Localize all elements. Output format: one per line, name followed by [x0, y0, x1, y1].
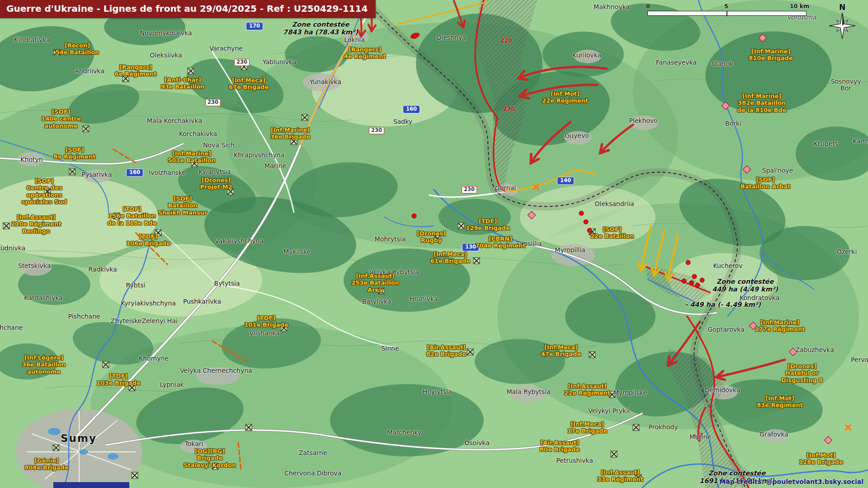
- military-unit-label: [Recon] 54e Bataillon: [56, 42, 99, 56]
- place-label: Varachyne: [209, 45, 243, 52]
- military-unit-label: [Rangers] 4e Régiment: [344, 46, 386, 60]
- military-unit-label: [Air.Assaut] 80e Brigade: [540, 439, 580, 453]
- place-label: Lypniak: [160, 381, 184, 388]
- map-title: Guerre d'Ukraine - Lignes de front au 29…: [6, 3, 368, 14]
- place-label: Fanaseyevka: [656, 59, 697, 66]
- place-label: Barylivka: [362, 298, 392, 305]
- military-unit-label: [Inf.Meca] 61e Brigade: [430, 251, 470, 265]
- place-label: Mala Korchakivka: [147, 117, 202, 124]
- military-unit-label: [Inf.Mot] 22e Régiment: [542, 90, 588, 104]
- place-label: Khomyne: [139, 355, 169, 362]
- place-label: Andriivka: [75, 68, 104, 75]
- military-unit-label: [Inf.Assaut] 33e Régiment: [597, 469, 643, 483]
- enemy-marker: [759, 34, 767, 42]
- scale-label-5: 5: [724, 3, 728, 9]
- contested-zone-label: Zone contestée 7843 ha (78.43 km²): [283, 21, 358, 36]
- xmark-marker: [533, 184, 539, 190]
- place-label: Chervona Dibrova: [284, 470, 341, 477]
- friendly-marker: [132, 472, 138, 479]
- military-unit-label: [TDF] 106e Brigade: [126, 233, 170, 247]
- scale-tick: [726, 11, 727, 16]
- topographic-war-map: VolodymyrivkaKindrativkaAndriivkaNovomyk…: [0, 0, 868, 488]
- military-unit-label: [Inf.Assaut] 210e Régiment Berlingo: [11, 214, 61, 235]
- clash-marker: [682, 279, 687, 284]
- friendly-marker: [302, 114, 308, 121]
- military-unit-label: [Inf.Meca] 47e Brigade: [541, 344, 581, 358]
- place-label: Kindrativka: [14, 37, 50, 43]
- place-label: Oleksandriia: [594, 201, 634, 207]
- military-unit-label: [Inf.Mot] 128e Brigade: [799, 452, 843, 466]
- military-unit-label: [SOF] Bataillon Arbat: [741, 176, 791, 190]
- place-label: Marine: [689, 434, 711, 441]
- road-number-badge: 140: [557, 177, 574, 185]
- place-label: Novomykolaivka: [140, 30, 192, 37]
- friendly-marker: [458, 223, 465, 230]
- place-label: Tokari: [185, 441, 203, 447]
- place-label: Goptarovka: [708, 326, 744, 333]
- place-label: Zhyteiske: [111, 318, 142, 324]
- place-label: Nova Sich: [203, 142, 235, 149]
- place-label: Osoivka: [464, 440, 490, 446]
- friendly-marker: [103, 361, 109, 368]
- military-unit-label: [CBRN] 704e Régiment: [476, 235, 526, 249]
- clash-marker: [413, 34, 418, 39]
- friendly-marker: [633, 424, 640, 431]
- place-label: Plekhovo: [629, 117, 657, 124]
- place-label: Korchakivka: [179, 131, 217, 137]
- place-label: Krupets: [814, 141, 838, 147]
- clash-marker: [412, 214, 417, 219]
- place-label: Guyevo: [565, 132, 589, 139]
- place-label: Sinne: [381, 345, 399, 352]
- clash-marker: [686, 260, 691, 265]
- military-unit-label: [TDF] 129e Brigade: [466, 218, 509, 232]
- place-label: Myropilske: [613, 389, 647, 396]
- place-label: Kurilovka: [572, 52, 601, 59]
- military-unit-label: [Drones] Rugby: [417, 230, 446, 244]
- place-label: Pervon: [851, 357, 868, 363]
- place-label: Kucherov: [713, 263, 743, 269]
- place-label: Grafovka: [760, 431, 788, 438]
- place-label: Pishchane: [68, 313, 100, 320]
- place-label: Mohrytsia: [375, 236, 406, 243]
- scale-label-0: 0: [646, 3, 650, 9]
- place-label: Rybtsi: [126, 282, 146, 289]
- military-unit-label: [Air.Assaut] 82e Brigade: [426, 344, 466, 358]
- military-unit-label: [Drones] Projet M2: [200, 177, 232, 191]
- friendly-marker: [245, 424, 252, 431]
- place-label: Sadky: [393, 118, 412, 125]
- place-label: Stetskivka: [18, 263, 51, 269]
- military-unit-label: [Inf.Assaut] 22e Régiment: [564, 383, 610, 397]
- military-unit-label: [Inf.Assaut] 253e Bataillon Arey: [351, 272, 399, 293]
- military-unit-label: [Inf.Meca] 67e Brigade: [229, 77, 269, 91]
- place-label: Radkivka: [88, 266, 117, 273]
- military-unit-label: [Inf.Marine] 810e Brigade: [749, 48, 793, 62]
- friendly-marker: [467, 349, 474, 356]
- place-label: Zelenyi Hai: [142, 318, 177, 324]
- road-number-badge: 230: [369, 127, 384, 134]
- clash-marker: [695, 283, 700, 288]
- military-unit-label: [Inf.Marine] 36e Brigade: [270, 127, 310, 141]
- friendly-marker: [473, 258, 480, 264]
- place-label: Vilshanka: [249, 330, 279, 337]
- scale-bar: 0 5 10 km: [647, 3, 807, 18]
- place-label: Oleshnya: [436, 34, 466, 41]
- place-label: Yablunivka: [263, 59, 296, 66]
- place-label: Makhnovka: [594, 4, 630, 10]
- xmark-marker: [845, 425, 851, 431]
- military-unit-label: [TDF] 103e Brigade: [96, 373, 140, 387]
- friendly-marker: [53, 445, 60, 451]
- compass: N: [826, 3, 858, 42]
- place-label: Prokhody: [649, 424, 678, 431]
- place-label: Rudnivka: [0, 245, 25, 252]
- map-title-bar: Guerre d'Ukraine - Lignes de front au 29…: [0, 0, 376, 18]
- place-label: Kyryiakivshchyna: [121, 300, 176, 307]
- label-layer: VolodymyrivkaKindrativkaAndriivkaNovomyk…: [0, 0, 868, 488]
- friendly-marker: [83, 126, 90, 132]
- place-label: Kardashivka: [24, 295, 62, 301]
- friendly-marker: [589, 352, 596, 358]
- clash-marker: [579, 211, 584, 216]
- military-unit-label: [SOF] 22e Bataillon: [590, 226, 634, 240]
- clash-marker: [692, 274, 697, 279]
- place-label: Kamy: [853, 138, 868, 145]
- place-label: Oleksiivka: [150, 52, 182, 59]
